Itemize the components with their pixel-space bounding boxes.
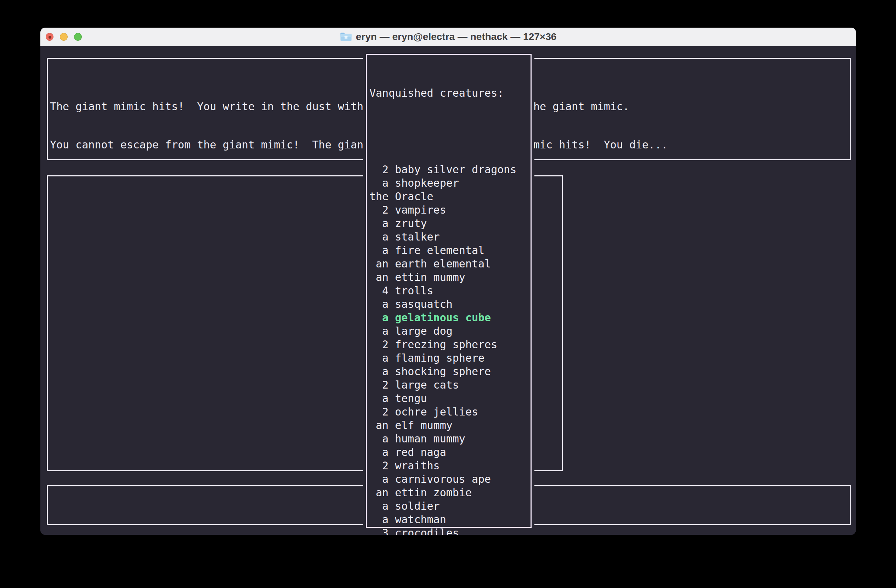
vanquished-item: an earth elemental: [369, 257, 530, 271]
window-title: eryn — eryn@electra — nethack — 127×36: [356, 31, 557, 43]
vanquished-item: a stalker: [369, 230, 530, 244]
terminal-window: eryn — eryn@electra — nethack — 127×36 T…: [40, 27, 856, 535]
minimize-button[interactable]: [60, 33, 68, 41]
vanquished-item: 4 trolls: [369, 284, 530, 297]
vanquished-item: a large dog: [369, 324, 530, 338]
message-line: The giant mimic hits! You write in the d…: [50, 100, 363, 113]
vanquished-item: a carnivorous ape: [369, 472, 530, 486]
zoom-button[interactable]: [74, 33, 82, 41]
message-line: You cannot escape from the giant mimic! …: [50, 138, 363, 152]
vanquished-title: Vanquished creatures:: [369, 87, 530, 100]
screen: eryn — eryn@electra — nethack — 127×36 T…: [0, 0, 896, 588]
vanquished-list: 2 baby silver dragons a shopkeeperthe Or…: [369, 163, 530, 535]
message-text-left: The giant mimic hits! You write in the d…: [50, 75, 363, 177]
vanquished-item: 2 wraiths: [369, 459, 530, 472]
vanquished-item: the Oracle: [369, 190, 530, 203]
terminal-content[interactable]: The giant mimic hits! You write in the d…: [40, 46, 856, 535]
home-folder-icon: [340, 32, 352, 42]
vanquished-creatures-text: Vanquished creatures: 2 baby silver drag…: [369, 62, 530, 535]
vanquished-item: 2 baby silver dragons: [369, 163, 530, 177]
vanquished-item: 2 large cats: [369, 378, 530, 392]
vanquished-item: an ettin zombie: [369, 486, 530, 500]
vanquished-item: 2 freezing spheres: [369, 338, 530, 351]
unsaved-dot-icon: [49, 36, 51, 39]
traffic-lights: [46, 27, 82, 46]
vanquished-item: a fire elemental: [369, 244, 530, 257]
vanquished-item: 3 crocodiles: [369, 526, 530, 535]
message-line: mic hits! You die...: [533, 138, 667, 152]
vanquished-item: 2 vampires: [369, 203, 530, 217]
vanquished-item: an ettin mummy: [369, 271, 530, 284]
vanquished-item: a soldier: [369, 500, 530, 513]
close-button[interactable]: [46, 33, 53, 41]
vanquished-item: a shopkeeper: [369, 177, 530, 190]
vanquished-item: a red naga: [369, 446, 530, 459]
window-title-group: eryn — eryn@electra — nethack — 127×36: [40, 31, 856, 43]
vanquished-item: a zruty: [369, 217, 530, 230]
vanquished-item: a gelatinous cube: [369, 311, 530, 324]
vanquished-item: a shocking sphere: [369, 365, 530, 378]
vanquished-item: a watchman: [369, 513, 530, 526]
blank-line: [369, 125, 530, 138]
vanquished-item: a human mummy: [369, 432, 530, 446]
vanquished-item: an elf mummy: [369, 419, 530, 432]
vanquished-item: a tengu: [369, 392, 530, 405]
vanquished-creatures-menu[interactable]: Vanquished creatures: 2 baby silver drag…: [366, 54, 532, 528]
message-text-right: he giant mimic. mic hits! You die...: [533, 75, 667, 177]
vanquished-item: 2 ochre jellies: [369, 405, 530, 419]
titlebar[interactable]: eryn — eryn@electra — nethack — 127×36: [40, 27, 856, 46]
vanquished-item: a sasquatch: [369, 297, 530, 311]
message-line: he giant mimic.: [533, 100, 667, 113]
vanquished-item: a flaming sphere: [369, 351, 530, 365]
